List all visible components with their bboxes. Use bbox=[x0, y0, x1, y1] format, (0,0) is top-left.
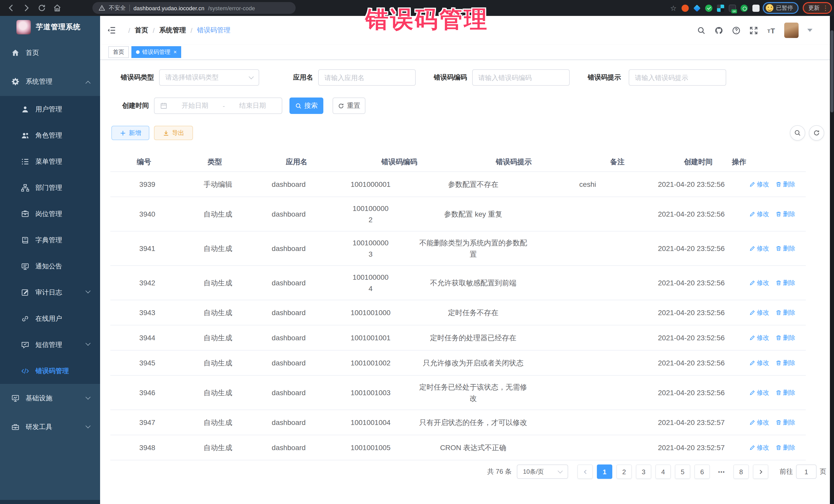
key-extension-icon[interactable] bbox=[741, 4, 748, 12]
page-size-select[interactable]: 10条/页 bbox=[517, 464, 568, 479]
browser-menu-icon[interactable]: ⋮ bbox=[822, 5, 829, 11]
table-header-cell[interactable]: 类型 bbox=[178, 152, 252, 171]
github-icon[interactable] bbox=[715, 26, 723, 35]
error-code-input[interactable] bbox=[472, 69, 570, 86]
page-number-button[interactable]: 4 bbox=[655, 464, 671, 479]
help-icon[interactable] bbox=[732, 26, 741, 35]
sidebar-item[interactable]: 字典管理 bbox=[0, 227, 100, 253]
edit-link[interactable]: 修改 bbox=[749, 307, 769, 318]
sidebar-item[interactable]: 用户管理 bbox=[0, 96, 100, 122]
page-number-button[interactable]: 5 bbox=[675, 464, 690, 479]
delete-link[interactable]: 删除 bbox=[775, 179, 795, 190]
edit-link[interactable]: 修改 bbox=[749, 417, 769, 428]
scrollbar-thumb[interactable] bbox=[830, 30, 833, 112]
sidebar-item[interactable]: 通知公告 bbox=[0, 253, 100, 279]
reload-icon[interactable] bbox=[38, 4, 46, 12]
edit-link[interactable]: 修改 bbox=[749, 209, 769, 220]
sidebar-item[interactable]: 角色管理 bbox=[0, 122, 100, 148]
sidebar-item[interactable]: 部门管理 bbox=[0, 175, 100, 201]
search-button[interactable]: 搜索 bbox=[289, 97, 323, 114]
table-row[interactable]: 3943 自动生成 dashboard 1001001000 定时任务不存在 2… bbox=[110, 300, 806, 325]
breadcrumb-item[interactable]: 系统管理 bbox=[159, 26, 186, 35]
edit-link[interactable]: 修改 bbox=[749, 442, 769, 453]
table-header-cell[interactable]: 创建时间 bbox=[665, 152, 732, 171]
reset-button[interactable]: 重置 bbox=[333, 97, 366, 114]
view-tab[interactable]: 首页 × bbox=[108, 46, 129, 58]
error-hint-input[interactable] bbox=[629, 69, 726, 86]
edit-link[interactable]: 修改 bbox=[749, 277, 769, 288]
edit-link[interactable]: 修改 bbox=[749, 243, 769, 254]
browser-update-button[interactable]: 更新 ⋮ bbox=[803, 2, 832, 14]
sidebar-item[interactable]: 首页 bbox=[0, 39, 100, 67]
show-search-toggle-button[interactable] bbox=[790, 125, 805, 140]
home-button-icon[interactable] bbox=[53, 4, 62, 12]
delete-link[interactable]: 删除 bbox=[775, 209, 795, 220]
table-header-cell[interactable]: 操作 bbox=[732, 152, 746, 171]
page-number-button[interactable]: 1 bbox=[597, 464, 612, 479]
refresh-table-button[interactable] bbox=[809, 125, 824, 140]
app-name-input[interactable] bbox=[318, 69, 416, 86]
delete-link[interactable]: 删除 bbox=[775, 442, 795, 453]
user-avatar[interactable] bbox=[784, 23, 798, 38]
hamburger-fold-icon[interactable] bbox=[107, 26, 116, 35]
sidebar-item[interactable]: 错误码管理 bbox=[0, 358, 100, 384]
table-row[interactable]: 3947 自动生成 dashboard 1001001004 只有开启状态的任务… bbox=[110, 410, 806, 435]
breadcrumb-item[interactable]: 首页 bbox=[135, 26, 148, 35]
page-number-button[interactable]: 6 bbox=[695, 464, 710, 479]
table-row[interactable]: 3945 自动生成 dashboard 1001001002 只允许修改为开启或… bbox=[110, 351, 806, 376]
sidebar-item[interactable]: 岗位管理 bbox=[0, 201, 100, 227]
sidebar-item[interactable]: 研发工具 bbox=[0, 413, 100, 441]
table-header-cell[interactable]: 错误码编码 bbox=[341, 152, 457, 171]
address-bar[interactable]: 不安全 dashboard.yudao.iocoder.cn/system/er… bbox=[92, 2, 295, 14]
sidebar-item[interactable]: 菜单管理 bbox=[0, 148, 100, 175]
table-header-cell[interactable]: 错误码提示 bbox=[457, 152, 570, 171]
table-row[interactable]: 3944 自动生成 dashboard 1001001001 定时任务的处理器已… bbox=[110, 325, 806, 351]
font-size-icon[interactable]: TT bbox=[767, 26, 775, 35]
edit-link[interactable]: 修改 bbox=[749, 387, 769, 398]
date-range-picker[interactable]: 开始日期 - 结束日期 bbox=[154, 97, 282, 114]
close-icon[interactable]: × bbox=[174, 49, 177, 55]
proxy-on-extension-icon[interactable] bbox=[729, 4, 736, 12]
table-header-cell[interactable]: 应用名 bbox=[252, 152, 341, 171]
url-path[interactable]: /system/error-code bbox=[208, 5, 255, 11]
table-row[interactable]: 3940 自动生成 dashboard 100100000 2 参数配置 key… bbox=[110, 197, 806, 232]
url-host[interactable]: dashboard.yudao.iocoder.cn bbox=[133, 5, 204, 11]
table-row[interactable]: 3939 手动编辑 dashboard 1001000001 参数配置不存在 c… bbox=[110, 172, 806, 197]
view-tab[interactable]: 错误码管理 × bbox=[131, 46, 181, 58]
breadcrumb-item[interactable]: 错误码管理 bbox=[197, 26, 231, 35]
sidebar-logo[interactable]: 芋道管理系统 bbox=[0, 16, 100, 39]
delete-link[interactable]: 删除 bbox=[775, 357, 795, 369]
delete-link[interactable]: 删除 bbox=[775, 243, 795, 254]
browser-profile-chip[interactable]: 已暂停 bbox=[763, 2, 798, 14]
back-icon[interactable] bbox=[7, 4, 15, 12]
table-row[interactable]: 3941 自动生成 dashboard 100100000 3 不能删除类型为系… bbox=[110, 232, 806, 266]
page-number-button[interactable]: 3 bbox=[636, 464, 651, 479]
page-number-button[interactable]: ••• bbox=[714, 464, 729, 479]
delete-link[interactable]: 删除 bbox=[775, 307, 795, 318]
grid-extension-icon[interactable] bbox=[717, 4, 724, 12]
edit-link[interactable]: 修改 bbox=[749, 357, 769, 369]
page-number-button[interactable]: 2 bbox=[616, 464, 632, 479]
delete-link[interactable]: 删除 bbox=[775, 387, 795, 398]
puzzle-extension-icon[interactable] bbox=[752, 4, 760, 12]
delete-link[interactable]: 删除 bbox=[775, 277, 795, 288]
sidebar-item[interactable]: 系统管理 bbox=[0, 67, 100, 96]
fullscreen-icon[interactable] bbox=[749, 26, 758, 35]
ubuntu-extension-icon[interactable] bbox=[682, 4, 689, 12]
delete-link[interactable]: 删除 bbox=[775, 417, 795, 428]
goto-page-input[interactable] bbox=[796, 464, 816, 479]
table-row[interactable]: 3948 自动生成 dashboard 1001001005 CRON 表达式不… bbox=[110, 435, 806, 460]
edit-link[interactable]: 修改 bbox=[749, 179, 769, 190]
table-header-cell[interactable]: 编号 bbox=[110, 152, 178, 171]
green-v-extension-icon[interactable] bbox=[705, 4, 712, 12]
caret-down-icon[interactable] bbox=[807, 29, 812, 32]
window-scrollbar[interactable] bbox=[830, 16, 834, 504]
security-label[interactable]: 不安全 bbox=[109, 4, 126, 12]
delete-link[interactable]: 删除 bbox=[775, 332, 795, 343]
table-header-cell[interactable]: 备注 bbox=[570, 152, 665, 171]
error-type-select[interactable]: 请选择错误码类型 bbox=[159, 69, 259, 86]
navbar-search-icon[interactable] bbox=[697, 26, 706, 35]
sidebar-item[interactable]: 审计日志 bbox=[0, 279, 100, 305]
table-row[interactable]: 3942 自动生成 dashboard 100100000 4 不允许获取敏感配… bbox=[110, 266, 806, 300]
sidebar-item[interactable]: 在线用户 bbox=[0, 305, 100, 332]
